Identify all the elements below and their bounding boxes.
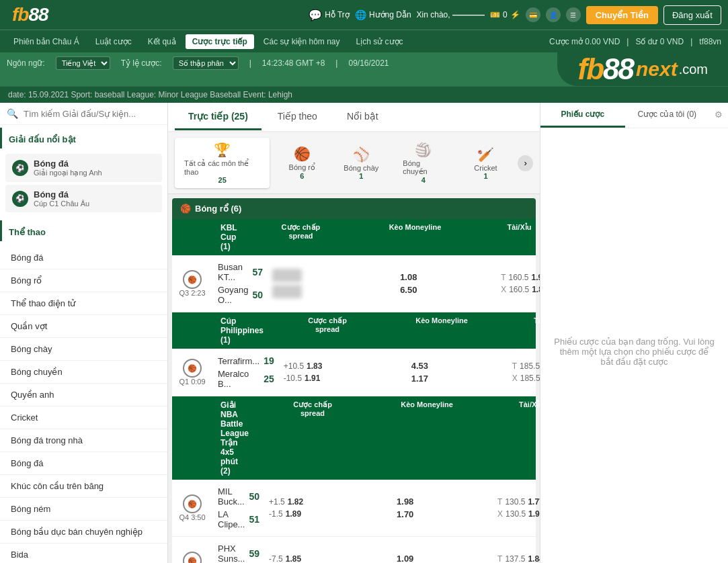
header-logo-area: fb88 next .com <box>557 52 728 86</box>
featured-sub-1: Giải ngoại hạng Anh <box>34 169 102 177</box>
tab-tiep-theo[interactable]: Tiếp theo <box>264 104 331 130</box>
kbl-tai[interactable]: T160.51.90 <box>501 273 540 282</box>
phi-score2: 25 <box>264 374 274 384</box>
phi-ml1[interactable]: 4.53 <box>411 361 504 371</box>
filter-volleyball-count: 4 <box>421 176 426 184</box>
nba-col2: Kèo Moneyline <box>376 400 477 476</box>
filter-chevron[interactable]: › <box>518 155 533 171</box>
phx-tai[interactable]: T137.51.84 <box>497 554 540 563</box>
kbl-moneyline: 1.08 6.50 <box>396 269 497 298</box>
mil-xiu[interactable]: X130.51.91 <box>497 509 540 519</box>
phi-col2: Kèo Moneyline <box>391 316 492 345</box>
sport-bongchay[interactable]: Bóng chày <box>0 338 167 361</box>
mil-tai[interactable]: T130.51.77 <box>497 497 540 507</box>
subnav-lichsucuoc[interactable]: Lịch sử cược <box>350 34 410 49</box>
right-tab-phieu-cuoc[interactable]: Phiếu cược <box>540 103 625 128</box>
kbl-team2: Goyang O... <box>218 285 249 305</box>
subnav-balance: Cược mở 0.00 VND | Số dư 0 VND | tf88vn <box>549 37 721 46</box>
user-icon[interactable]: 👤 <box>546 7 561 22</box>
phi-team1: Terrafirm... <box>218 356 259 366</box>
subnav-cuoctructiep[interactable]: Cược trực tiếp <box>186 34 254 49</box>
main-layout: 🔍 Giải đấu nổi bật ⚽ Bóng đá Giải ngoại … <box>0 103 728 563</box>
ticker-text: date: 15.09.2021 Sport: baseball League:… <box>8 90 292 99</box>
featured-item-1[interactable]: ⚽ Bóng đá Giải ngoại hạng Anh <box>5 154 162 182</box>
filter-cricket-icon: 🏏 <box>477 146 494 163</box>
right-tab-settings[interactable]: ⚙ <box>709 103 728 128</box>
support-button[interactable]: 💬 Hỗ Trợ <box>309 9 350 21</box>
filter-cricket[interactable]: 🏏 Cricket 1 <box>458 142 512 184</box>
featured-item-2[interactable]: ⚽ Bóng đá Cúp C1 Châu Âu <box>5 185 162 212</box>
guide-button[interactable]: 🌐 Hướng Dẫn <box>355 9 411 20</box>
filter-cricket-count: 1 <box>483 172 487 180</box>
col-taixiu: Tài/Xỉu <box>465 223 540 251</box>
phx-spread: -7.51.85 +7.51.85 <box>265 552 393 563</box>
sport-bongda[interactable]: Bóng đá <box>0 247 167 269</box>
filter-baseball[interactable]: ⚾ Bóng chày 1 <box>334 142 388 184</box>
mil-teams: MIL Buck... 50 LA Clipe... 51 <box>212 482 265 533</box>
phx-spread1[interactable]: -7.51.85 <box>269 554 389 563</box>
phi-spread1[interactable]: +10.51.83 <box>284 361 403 371</box>
phx-teams: PHX Suns... 59 HOU Roc... 50 <box>212 539 265 563</box>
section-bongro-title: Bóng rổ (6) <box>195 204 241 214</box>
lang-bar: Ngôn ngữ: Tiếng Việt Tỷ lệ cược: Số thập… <box>0 52 557 74</box>
sport-bongchuyen[interactable]: Bóng chuyền <box>0 361 167 384</box>
sport-khuccongau[interactable]: Khúc côn cầu trên băng <box>0 475 167 498</box>
sports-title: Thể thao <box>0 220 167 241</box>
phi-spread2[interactable]: -10.51.91 <box>284 374 403 383</box>
mil-spread2[interactable]: -1.51.89 <box>269 509 389 519</box>
phi-tai[interactable]: T185.51.86 <box>512 361 540 371</box>
featured-title-1: Bóng đá <box>34 159 102 169</box>
sport-bongro[interactable]: Bóng rổ <box>0 269 167 292</box>
sport-bongdatrongnha[interactable]: Bóng đá trong nhà <box>0 429 167 452</box>
filter-volleyball[interactable]: 🏐 Bóng chuyền 4 <box>393 138 453 188</box>
mil-spread1[interactable]: +1.51.82 <box>269 497 389 507</box>
right-panel-tabs: Phiếu cược Cược của tôi (0) ⚙ <box>540 103 728 128</box>
sport-quanvot[interactable]: Quần vợt <box>0 315 167 338</box>
sport-bongda2[interactable]: Bóng đá <box>0 452 167 475</box>
nba-col3: Tài/Xỉu <box>477 400 540 476</box>
search-input[interactable] <box>24 109 161 119</box>
sport-cricket[interactable]: Cricket <box>0 406 167 429</box>
lang-select[interactable]: Tiếng Việt <box>56 56 110 70</box>
right-tab-cuoc-cua-toi[interactable]: Cược của tôi (0) <box>625 103 710 128</box>
right-panel: Phiếu cược Cược của tôi (0) ⚙ Phiếu cược… <box>540 103 728 563</box>
sport-rugby-pro[interactable]: Bóng bầu dục bán chuyên nghiệp <box>0 521 167 544</box>
phi-xiu[interactable]: X185.51.86 <box>512 374 540 383</box>
subnav-luatcuoc[interactable]: Luật cược <box>89 34 138 49</box>
phi-ml2[interactable]: 1.17 <box>411 374 504 384</box>
sport-bongnem[interactable]: Bóng ném <box>0 498 167 521</box>
phi-teams: Terrafirm... 19 Meralco B... 25 <box>212 351 280 393</box>
tab-noi-bat[interactable]: Nổi bật <box>333 104 392 130</box>
subnav-sukien[interactable]: Các sự kiện hôm nay <box>257 34 347 49</box>
filter-basketball[interactable]: 🏀 Bóng rổ 6 <box>275 142 329 184</box>
sport-thedientu[interactable]: Thể thao điện tử <box>0 292 167 315</box>
mil-ml2[interactable]: 1.70 <box>397 509 489 519</box>
ticker-bar: date: 15.09.2021 Sport: baseball League:… <box>0 86 728 103</box>
mil-ml1[interactable]: 1.98 <box>397 496 489 507</box>
top-nav: fb88 💬 Hỗ Trợ 🌐 Hướng Dẫn Xin chào, ————… <box>0 0 728 30</box>
right-panel-empty: Phiếu cược của bạn đang trống. Vui lòng … <box>540 128 728 563</box>
kbl-xiu[interactable]: X160.51.82 <box>501 285 540 294</box>
filter-all[interactable]: 🏆 Tất cả các môn thể thao 25 <box>175 138 270 188</box>
sub-nav: Phiên bản Châu Á Luật cược Kết quả Cược … <box>0 30 728 52</box>
rate-select[interactable]: Số thập phân <box>173 56 239 70</box>
mil-time: 🏀 Q4 3:50 <box>172 494 212 521</box>
phx-ml1[interactable]: 1.09 <box>397 554 489 563</box>
transfer-button[interactable]: Chuyển Tiền <box>586 6 658 24</box>
logout-button[interactable]: Đăng xuất <box>663 5 721 25</box>
subnav-phienbanchaua[interactable]: Phiên bản Châu Á <box>7 34 86 49</box>
kbl-ml2[interactable]: 6.50 <box>400 285 493 295</box>
phx-score1: 59 <box>249 548 259 559</box>
sidebar: 🔍 Giải đấu nổi bật ⚽ Bóng đá Giải ngoại … <box>0 103 168 563</box>
menu-icon[interactable]: ☰ <box>566 7 581 22</box>
content-area: 🏀 Bóng rổ (6) KBL Cup (1) Cược chấpsprea… <box>168 194 540 563</box>
sport-bida[interactable]: Bida <box>0 544 167 563</box>
sport-quyenanh[interactable]: Quyền anh <box>0 384 167 406</box>
greeting-text: Xin chào, ———— <box>417 10 485 19</box>
tab-truc-tiep[interactable]: Trực tiếp (25) <box>175 104 261 130</box>
balance-info: 🎫 0 ⚡ <box>490 10 520 19</box>
kbl-ml1[interactable]: 1.08 <box>400 272 493 282</box>
wallet-icon[interactable]: 💳 <box>526 7 540 22</box>
featured-icon-2: ⚽ <box>12 191 28 207</box>
subnav-ketqua[interactable]: Kết quả <box>141 34 183 49</box>
